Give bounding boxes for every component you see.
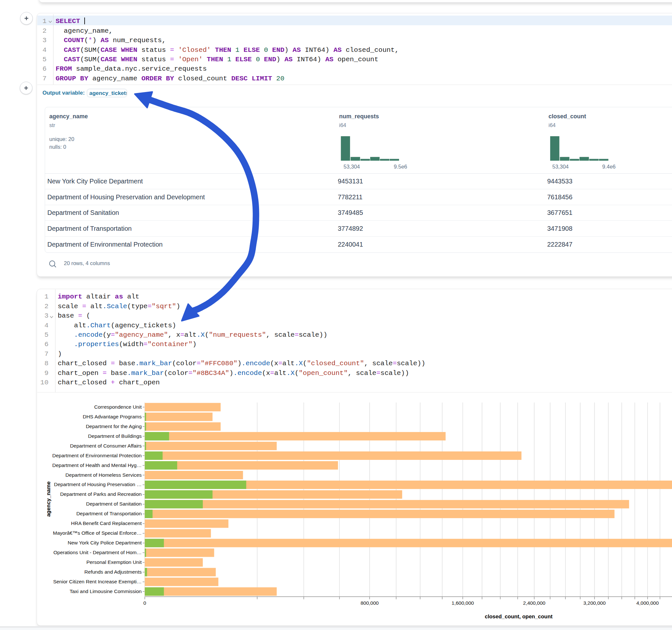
svg-text:Department of Homeless Service: Department of Homeless Services: [66, 472, 142, 478]
svg-text:2,400,000: 2,400,000: [523, 600, 546, 606]
svg-text:Department of Transportation: Department of Transportation: [76, 511, 142, 516]
svg-text:Mayorâ€™s Office of Special En: Mayorâ€™s Office of Special Enforce…: [53, 530, 142, 536]
svg-text:Department of Housing Preserva: Department of Housing Preservation …: [54, 482, 142, 487]
svg-text:HRA Benefit Card Replacement: HRA Benefit Card Replacement: [71, 520, 142, 526]
svg-text:3,200,000: 3,200,000: [583, 600, 605, 606]
svg-text:Department of Health and Menta: Department of Health and Mental Hyg…: [52, 462, 142, 468]
svg-text:Personal Exemption Unit: Personal Exemption Unit: [86, 559, 142, 565]
svg-text:Department of Consumer Affairs: Department of Consumer Affairs: [70, 443, 142, 449]
svg-text:Operations Unit - Department o: Operations Unit - Department of Hom…: [53, 550, 142, 555]
svg-text:0: 0: [143, 600, 146, 606]
svg-text:Department of Parks and Recrea: Department of Parks and Recreation: [60, 491, 142, 497]
svg-text:Department of Buildings: Department of Buildings: [88, 433, 142, 439]
svg-text:New York City Police Departmen: New York City Police Department: [68, 540, 142, 546]
svg-text:Refunds and Adjustments: Refunds and Adjustments: [84, 569, 142, 575]
svg-text:Correspondence Unit: Correspondence Unit: [94, 404, 142, 410]
svg-text:Department of Sanitation: Department of Sanitation: [86, 501, 142, 507]
svg-text:Taxi and Limousine Commission: Taxi and Limousine Commission: [70, 588, 142, 594]
svg-text:agency_name: agency_name: [45, 481, 51, 516]
svg-text:DHS Advantage Programs: DHS Advantage Programs: [83, 414, 142, 419]
svg-text:4,000,000: 4,000,000: [637, 600, 659, 606]
svg-text:closed_count, open_count: closed_count, open_count: [485, 613, 553, 619]
svg-text:Department for the Aging: Department for the Aging: [86, 423, 142, 429]
svg-text:800,000: 800,000: [360, 600, 379, 606]
svg-text:1,600,000: 1,600,000: [452, 600, 474, 606]
svg-text:Department of Environmental Pr: Department of Environmental Protection: [52, 453, 142, 458]
svg-text:Senior Citizen Rent Increase E: Senior Citizen Rent Increase Exempti…: [53, 579, 142, 584]
